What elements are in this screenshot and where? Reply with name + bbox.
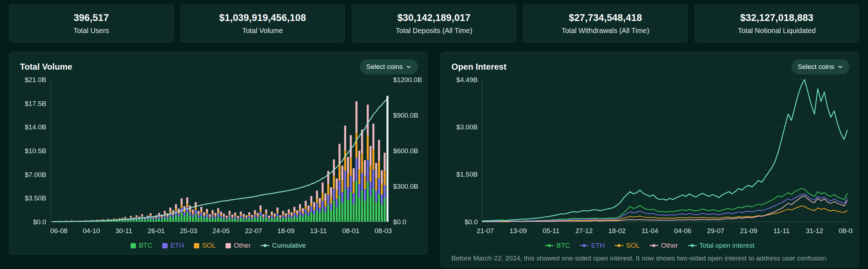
axis-tick-label: 24-05 [212,227,229,235]
square-marker-icon [226,243,231,248]
legend-item-btc[interactable]: BTC [545,242,570,249]
axis-tick-label: $14.0B [25,123,46,131]
axis-tick-label: 05-11 [543,227,560,235]
axis-tick-label: $0.0 [33,218,46,226]
axis-tick-label: 18-09 [277,227,295,235]
legend-label: BTC [139,242,152,249]
select-coins-label: Select coins [366,63,403,71]
stat-value: $30,142,189,017 [397,12,471,23]
legend-item-cumulative[interactable]: Cumulative [261,242,306,249]
legend-item-eth[interactable]: ETH [162,242,184,249]
legend-item-total-open-interest[interactable]: Total open interest [688,242,755,249]
line-marker-icon [580,243,588,248]
select-coins-label: Select coins [798,63,834,71]
axis-tick-label: $0.0 [465,218,478,226]
axis-tick-label: $21.0B [25,76,46,84]
oi-select-coins-button[interactable]: Select coins [792,59,850,74]
axis-tick-label: 13-09 [509,227,526,235]
oi-gridlines: $0.0$1.50B$3.00B$4.49B [456,76,847,226]
axis-tick-label: 26-01 [148,227,165,235]
stat-card-total-deposits: $30,142,189,017 Total Deposits (All Time… [352,4,517,43]
axis-tick-label: 29-07 [707,227,724,235]
legend-item-sol[interactable]: SOL [194,242,216,249]
axis-tick-label: 25-03 [180,227,197,235]
axis-tick-label: 22-07 [245,227,262,235]
oi-series-sol-line [482,206,847,222]
axis-tick-label: 18-02 [608,227,625,235]
axis-tick-label: $1200.0B [393,76,422,84]
axis-tick-label: 27-12 [575,227,592,235]
total-volume-title: Total Volume [20,62,72,72]
square-marker-icon [131,243,136,248]
oi-x-axis-labels: 21-0713-0905-1127-1218-0211-0404-0629-07… [477,227,853,235]
legend-label: SOL [202,242,216,249]
legend-item-other[interactable]: Other [650,242,678,249]
axis-tick-label: 04-10 [83,227,100,235]
open-interest-title: Open Interest [451,62,507,72]
latest-bar-highlight [386,96,388,222]
volume-stacked-bars [51,101,388,222]
axis-tick-label: $10.5B [25,147,46,155]
chevron-down-icon [406,64,412,70]
oi-series-btc-line [482,188,847,221]
charts-row: Total Volume Select coins $0.0$3.50B$7.0… [0,43,868,268]
stat-card-total-withdrawals: $27,734,548,418 Total Withdrawals (All T… [523,4,688,43]
legend-item-btc[interactable]: BTC [131,242,152,249]
axis-tick-label: 08-03 [375,227,392,235]
axis-tick-label: $4.49B [456,76,478,84]
axis-tick-label: 04-06 [674,227,691,235]
line-marker-icon [261,243,269,248]
legend-label: SOL [626,242,640,249]
axis-tick-label: $600.0B [393,147,418,155]
legend-label: Other [661,242,678,249]
stat-label: Total Deposits (All Time) [396,27,472,35]
legend-label: Cumulative [272,242,306,249]
line-marker-icon [650,243,658,248]
stat-label: Total Withdrawals (All Time) [561,27,649,35]
open-interest-footnote: Before March 22, 2024, this showed one-s… [446,250,853,263]
axis-tick-label: $1.50B [456,171,478,178]
legend-item-eth[interactable]: ETH [580,242,605,249]
open-interest-chart[interactable]: $0.0$1.50B$3.00B$4.49B21-0713-0905-1127-… [446,75,853,239]
volume-select-coins-button[interactable]: Select coins [360,59,418,74]
axis-tick-label: 30-11 [115,227,132,235]
axis-tick-label: 21-07 [477,227,494,235]
square-marker-icon [162,243,168,248]
axis-tick-label: $17.5B [25,100,46,107]
stat-value: $32,127,018,883 [740,12,814,23]
stats-row: 396,517 Total Users $1,039,919,456,108 T… [0,0,868,43]
axis-tick-label: 08-01 [342,227,359,235]
stat-label: Total Notional Liquidated [738,27,816,35]
axis-tick-label: 11-04 [641,227,658,235]
volume-legend: BTCETHSOLOtherCumulative [15,241,422,250]
oi-series-total-open-interest-line [482,80,847,221]
total-volume-panel-header: Total Volume Select coins [15,59,422,75]
legend-item-other[interactable]: Other [226,242,251,249]
volume-x-axis-labels: 06-0804-1030-1126-0125-0324-0522-0718-09… [50,227,392,235]
axis-tick-label: $0.0 [393,218,406,226]
stat-value: 396,517 [74,12,109,23]
legend-label: BTC [556,242,570,249]
square-marker-icon [194,243,199,248]
stat-card-total-notional-liquidated: $32,127,018,883 Total Notional Liquidate… [694,4,859,43]
line-marker-icon [545,243,554,248]
stat-label: Total Users [73,27,109,35]
oi-legend: BTCETHSOLOtherTotal open interest [446,241,853,250]
axis-tick-label: 08-03 [839,227,853,235]
stat-value: $27,734,548,418 [569,12,642,23]
axis-tick-label: $300.0B [393,183,418,190]
legend-label: ETH [170,242,184,249]
axis-tick-label: $3.50B [25,194,46,202]
axis-tick-label: $3.00B [456,123,478,131]
legend-label: Total open interest [699,242,755,249]
axis-tick-label: 06-08 [50,227,67,235]
stat-label: Total Volume [242,27,283,35]
legend-item-sol[interactable]: SOL [615,242,640,249]
stat-card-total-users: 396,517 Total Users [9,4,174,43]
chevron-down-icon [837,64,843,70]
line-marker-icon [615,243,623,248]
axis-tick-label: $900.0B [393,112,418,119]
axis-tick-label: 13-11 [310,227,327,235]
total-volume-chart[interactable]: $0.0$3.50B$7.00B$10.5B$14.0B$17.5B$21.0B… [15,75,422,239]
stat-card-total-volume: $1,039,919,456,108 Total Volume [180,4,345,43]
